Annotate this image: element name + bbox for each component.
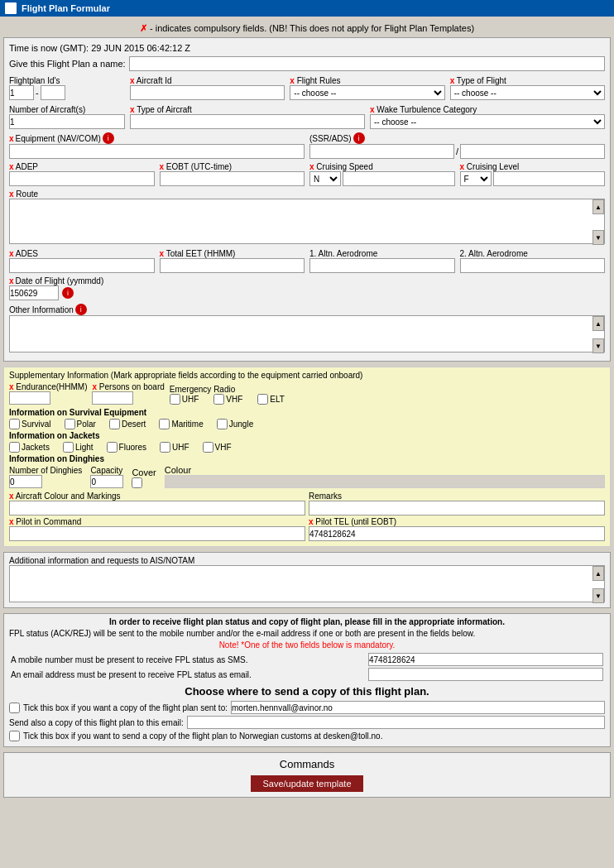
date-of-flight-input[interactable]: [9, 285, 59, 300]
fluores-checkbox[interactable]: [107, 442, 118, 453]
survival-checkbox[interactable]: [9, 419, 20, 429]
polar-checkbox-group: Polar: [65, 419, 96, 429]
uhf-jacket-checkbox-group: UHF: [160, 442, 189, 453]
type-of-flight-group: x Type of Flight -- choose -- S N G M X: [450, 76, 605, 102]
jackets-checkbox[interactable]: [9, 442, 20, 453]
other-info-icon[interactable]: i: [75, 304, 87, 315]
elt-checkbox[interactable]: [257, 394, 268, 405]
cruising-level-input[interactable]: [493, 171, 606, 186]
colour-input[interactable]: [165, 475, 605, 488]
flight-rules-select[interactable]: -- choose -- IFR VFR Y Z: [290, 85, 444, 100]
fpl-status-table: A mobile number must be present to recei…: [9, 652, 605, 682]
jungle-checkbox[interactable]: [217, 419, 228, 429]
cruising-speed-input[interactable]: [343, 171, 455, 186]
other-info-scroll-up[interactable]: ▲: [592, 316, 604, 331]
capacity-input[interactable]: [90, 475, 123, 488]
vhf-checkbox[interactable]: [213, 394, 224, 405]
ads-input[interactable]: [460, 144, 605, 159]
save-update-button[interactable]: Save/update template: [251, 775, 362, 792]
notam-textarea[interactable]: [9, 565, 605, 602]
adep-label: x ADEP: [9, 162, 155, 171]
vhf-label: VHF: [226, 395, 242, 404]
customs-checkbox[interactable]: [9, 731, 20, 741]
endurance-input[interactable]: [9, 391, 50, 405]
copy-checkbox-row: Tick this box if you want a copy of the …: [9, 701, 605, 714]
altn2-input[interactable]: [460, 258, 606, 273]
wake-turbulence-group: x Wake Turbulence Category -- choose -- …: [370, 105, 605, 129]
total-eet-input[interactable]: [160, 258, 305, 273]
desert-checkbox[interactable]: [109, 419, 120, 429]
aircraft-id-label: x Aircraft Id: [130, 76, 285, 85]
cruising-speed-unit-select[interactable]: N K M: [309, 171, 341, 186]
jackets-checkbox-group: Jackets: [9, 442, 50, 453]
wake-turbulence-select[interactable]: -- choose -- L M H J: [370, 114, 605, 129]
maritime-checkbox[interactable]: [159, 419, 170, 429]
polar-checkbox[interactable]: [65, 419, 75, 429]
notam-scroll-down[interactable]: ▼: [592, 588, 604, 603]
other-info-scroll-down[interactable]: ▼: [592, 338, 604, 353]
other-info-textarea[interactable]: [9, 315, 605, 352]
vhf-jacket-checkbox[interactable]: [203, 442, 213, 453]
flight-plan-name-input[interactable]: [129, 56, 605, 71]
aircraft-colour-group: x Aircraft Colour and Markings: [9, 492, 305, 516]
notam-scroll-up[interactable]: ▲: [592, 566, 604, 581]
supp-title: Supplementary Information (Mark appropri…: [9, 371, 605, 380]
adep-input[interactable]: [9, 171, 155, 186]
sms-input[interactable]: [368, 653, 603, 666]
type-aircraft-input[interactable]: [130, 114, 365, 129]
commands-section: Commands Save/update template: [3, 752, 611, 798]
customs-label: Tick this box if you want to send a copy…: [23, 731, 382, 741]
persons-input[interactable]: [92, 391, 133, 405]
date-of-flight-label: x Date of Flight (yymmdd): [9, 276, 605, 285]
copy-title: Choose where to send a copy of this flig…: [9, 685, 605, 698]
eobt-input[interactable]: [160, 171, 305, 186]
send-also-input[interactable]: [187, 716, 605, 729]
route-scroll-up[interactable]: ▲: [592, 199, 604, 214]
route-label: x Route: [9, 189, 605, 199]
date-info-icon[interactable]: i: [62, 287, 74, 299]
route-textarea[interactable]: [9, 199, 605, 244]
email-row: An email address must be present to rece…: [9, 667, 605, 682]
name-label: Give this Flight Plan a name:: [9, 59, 126, 69]
remarks-input[interactable]: [309, 501, 605, 516]
flightplan-id1-input[interactable]: [9, 85, 34, 100]
fpl-status-note1: In order to receive flight plan status a…: [9, 617, 605, 626]
altn1-input[interactable]: [309, 258, 455, 273]
fpl-status-note2: FPL status (ACK/REJ) will be sent to the…: [9, 629, 605, 638]
type-of-flight-label: x Type of Flight: [450, 76, 605, 85]
adep-group: x ADEP: [9, 162, 155, 186]
num-dinghies-group: Number of Dinghies: [9, 466, 82, 488]
copy-checkbox[interactable]: [9, 703, 20, 713]
endurance-group: x Endurance(HHMM): [9, 382, 87, 405]
pilot-tel-input[interactable]: [309, 526, 605, 541]
cruising-level-unit-select[interactable]: F A S M: [460, 171, 492, 186]
num-dinghies-input[interactable]: [9, 475, 42, 488]
other-info-label: Other Information i: [9, 304, 605, 315]
total-eet-label: x Total EET (HHMM): [160, 249, 305, 258]
flightplan-id2-input[interactable]: [41, 85, 65, 100]
email-input[interactable]: [368, 668, 603, 681]
type-aircraft-label: x Type of Aircraft: [130, 105, 365, 114]
uhf-jacket-checkbox[interactable]: [160, 442, 170, 453]
equipment-input[interactable]: [9, 144, 305, 159]
cover-checkbox[interactable]: [132, 477, 142, 488]
route-scroll-down[interactable]: ▼: [592, 230, 604, 245]
x-icon: ✗: [140, 23, 147, 33]
maritime-checkbox-group: Maritime: [159, 419, 203, 429]
ssr-info-icon[interactable]: i: [353, 132, 365, 144]
ades-input[interactable]: [9, 258, 155, 273]
altn1-label: 1. Altn. Aerodrome: [309, 249, 455, 258]
cruising-speed-group: x Cruising Speed N K M: [309, 162, 455, 186]
equipment-info-icon[interactable]: i: [103, 132, 114, 144]
pilot-input[interactable]: [9, 526, 305, 541]
type-of-flight-select[interactable]: -- choose -- S N G M X: [450, 85, 605, 100]
aircraft-id-input[interactable]: [130, 85, 285, 100]
type-aircraft-group: x Type of Aircraft: [130, 105, 365, 129]
ssr-input[interactable]: [309, 144, 454, 159]
num-aircraft-input[interactable]: [9, 114, 125, 129]
title-bar-icon: [5, 2, 17, 14]
aircraft-colour-input[interactable]: [9, 501, 305, 516]
copy-email-input[interactable]: [231, 701, 605, 714]
light-checkbox[interactable]: [63, 442, 74, 453]
uhf-checkbox[interactable]: [170, 394, 180, 405]
